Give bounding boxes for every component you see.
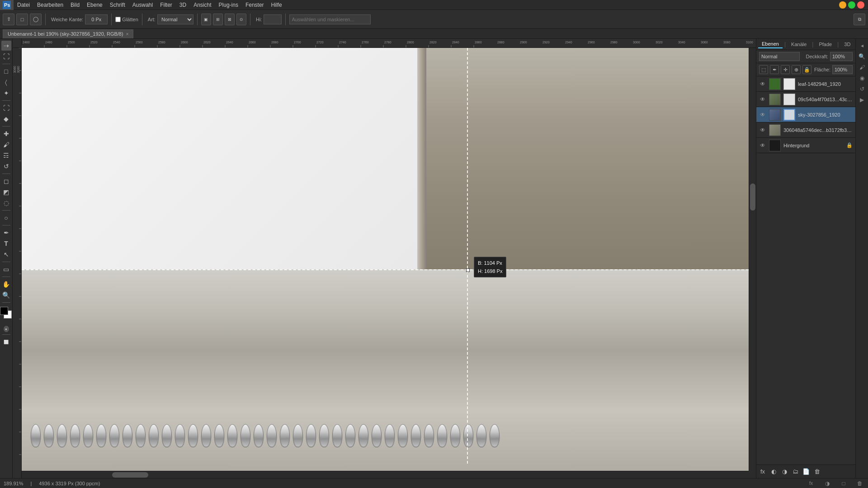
tab-close-button[interactable]: ×	[126, 32, 129, 37]
canvas-content[interactable]: B: 1104 Px H: 1698 Px	[22, 48, 756, 478]
history-brush-tool[interactable]: ↺	[1, 161, 11, 171]
layer-item-09c5[interactable]: 👁 09c540a4f70d13...43ce460d18f3f2	[756, 92, 855, 107]
crop-tool[interactable]: ⛶	[1, 103, 11, 113]
move-tool[interactable]: ⇢	[1, 41, 11, 51]
close-button[interactable]	[857, 1, 864, 9]
shape-tool[interactable]: ▭	[1, 264, 11, 274]
menu-plugins[interactable]: Plug-ins	[215, 0, 242, 10]
layer-mode-input[interactable]	[759, 52, 800, 61]
minimize-button[interactable]	[839, 1, 846, 9]
actions-btn[interactable]: ▶	[857, 95, 867, 105]
weiche-kante-input[interactable]	[85, 14, 108, 24]
menu-3d[interactable]: 3D	[176, 0, 190, 10]
hand-tool[interactable]: ✋	[1, 279, 11, 289]
adjustment-button[interactable]: ◑	[780, 467, 789, 476]
subtract-selection-btn[interactable]: ⊠	[225, 14, 235, 25]
maximize-button[interactable]	[848, 1, 855, 9]
eyedropper-tool[interactable]: ◆	[1, 114, 11, 124]
healing-tool[interactable]: ✚	[1, 129, 11, 139]
layer-visibility-30604[interactable]: 👁	[759, 127, 766, 134]
add-mask-button[interactable]: ◐	[769, 467, 778, 476]
opacity-input[interactable]	[830, 52, 853, 61]
vertical-scroll-thumb[interactable]	[750, 183, 755, 211]
panel-tab-pfade[interactable]: Pfade	[815, 41, 835, 48]
tool-marquee-rect[interactable]: □	[16, 14, 28, 25]
menu-auswahl[interactable]: Auswahl	[129, 0, 156, 10]
color-panel-btn[interactable]: ◉	[857, 73, 867, 83]
quick-mask-btn[interactable]: ●	[4, 326, 9, 332]
pen-tool[interactable]: ✒	[1, 228, 11, 238]
menu-datei[interactable]: Datei	[14, 0, 33, 10]
gradient-tool[interactable]: ◩	[1, 187, 11, 197]
screen-mode-btn[interactable]: ⬜	[1, 337, 11, 347]
menu-hilfe[interactable]: Hilfe	[268, 0, 286, 10]
dodge-tool[interactable]: ○	[1, 213, 11, 223]
set-selection-btn[interactable]: ▣	[201, 14, 211, 25]
menu-bild[interactable]: Bild	[67, 0, 83, 10]
panel-tab-3d[interactable]: 3D	[840, 41, 854, 48]
layer-item-hintergrund[interactable]: 👁 Hintergrund 🔒	[756, 138, 855, 153]
layer-item-leaf[interactable]: 👁 leaf-1482948_1920	[756, 76, 855, 92]
lock-pixels-btn[interactable]: ✒	[770, 65, 779, 74]
menu-fenster[interactable]: Fenster	[242, 0, 268, 10]
vertical-scrollbar[interactable]	[749, 48, 756, 471]
tool-marquee-ellipse[interactable]: ◯	[30, 14, 42, 25]
magic-wand-tool[interactable]: ✦	[1, 88, 11, 98]
artboard-tool[interactable]: ⛶	[1, 52, 11, 61]
brush-settings-btn[interactable]: 🖌	[857, 62, 867, 72]
menu-filter[interactable]: Filter	[156, 0, 176, 10]
status-new-btn[interactable]: □	[839, 479, 848, 488]
status-del-btn[interactable]: 🗑	[855, 479, 864, 488]
layer-visibility-09c5[interactable]: 👁	[759, 96, 766, 103]
lock-all-btn[interactable]: 🔒	[802, 65, 811, 74]
blur-tool[interactable]: ◌	[1, 198, 11, 208]
menu-bearbeiten[interactable]: Bearbeiten	[33, 0, 67, 10]
add-selection-btn[interactable]: ⊞	[213, 14, 223, 25]
brush-tool[interactable]: 🖌	[1, 140, 11, 150]
status-fx-btn[interactable]: fx	[807, 479, 816, 488]
document-tab[interactable]: Unbenannt-1 bei 190% (sky-3027856_1920, …	[3, 29, 133, 38]
arrange-windows-btn[interactable]: ⧉	[854, 14, 865, 25]
horizontal-scrollbar[interactable]	[22, 471, 749, 478]
intersect-selection-btn[interactable]: ⊙	[236, 14, 246, 25]
menu-schrift[interactable]: Schrift	[106, 0, 129, 10]
lock-position-btn[interactable]: ✛	[781, 65, 790, 74]
canvas-area[interactable]: 2460 2480 2500 2520 2540 2560 2580 2600 …	[13, 39, 756, 478]
layer-item-30604[interactable]: 👁 306048a5746dec...b3172fb3a6c08	[756, 122, 855, 138]
layer-visibility-sky[interactable]: 👁	[759, 111, 766, 118]
panel-tab-kanaele[interactable]: Kanäle	[788, 41, 810, 48]
lock-artboard-btn[interactable]: ⊕	[792, 65, 801, 74]
cc-search-btn[interactable]: 🔍	[857, 52, 867, 61]
hi-input[interactable]	[264, 14, 282, 24]
glatten-checkbox[interactable]	[115, 17, 121, 22]
history-btn[interactable]: ↺	[857, 84, 867, 94]
layer-item-sky[interactable]: 👁 sky-3027856_1920	[756, 107, 855, 122]
delete-layer-button[interactable]: 🗑	[812, 467, 821, 476]
collapse-panel-btn[interactable]: ◂	[857, 41, 867, 51]
status-adj-btn[interactable]: ◑	[823, 479, 832, 488]
art-select[interactable]: Normal Fest Von Mitte	[157, 14, 193, 24]
lasso-tool[interactable]: 〈	[1, 77, 11, 87]
fx-button[interactable]: fx	[758, 467, 767, 476]
layer-visibility-leaf[interactable]: 👁	[759, 80, 766, 88]
tool-move-icon[interactable]: ⇧	[3, 14, 14, 25]
eraser-tool[interactable]: ◻	[1, 176, 11, 186]
foreground-color-swatch[interactable]	[0, 307, 8, 315]
panel-tab-ebenen[interactable]: Ebenen	[758, 40, 783, 48]
menu-ansicht[interactable]: Ansicht	[190, 0, 215, 10]
horizontal-scroll-thumb[interactable]	[112, 472, 148, 478]
zoom-tool[interactable]: 🔍	[1, 290, 11, 300]
new-layer-button[interactable]: 📄	[802, 467, 811, 476]
group-button[interactable]: 🗂	[791, 467, 800, 476]
lock-transparent-btn[interactable]: ⬚	[759, 65, 768, 74]
marquee-tool[interactable]: □	[1, 66, 11, 76]
text-tool[interactable]: T	[1, 239, 11, 249]
art-label: Art:	[148, 17, 156, 22]
search-input[interactable]	[289, 14, 371, 24]
layer-visibility-hintergrund[interactable]: 👁	[759, 142, 766, 149]
clone-tool[interactable]: ☶	[1, 150, 11, 160]
fill-input[interactable]	[832, 65, 853, 74]
path-selection-tool[interactable]: ↖	[1, 249, 11, 259]
status-separator: |	[30, 481, 32, 486]
menu-ebene[interactable]: Ebene	[83, 0, 106, 10]
